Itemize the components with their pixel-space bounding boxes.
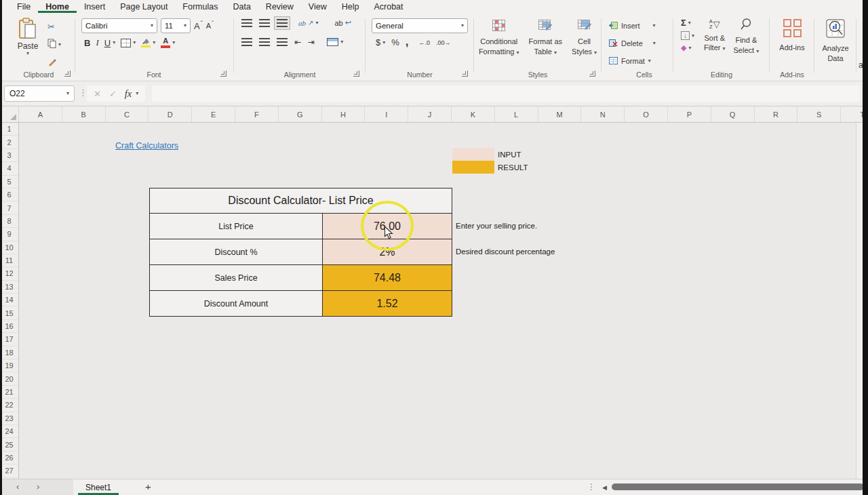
wrap-text-button[interactable]: ab ↩ [334,18,351,27]
row-header-10[interactable]: 10 [0,241,18,254]
row-header-7[interactable]: 7 [0,201,18,214]
row-header-23[interactable]: 23 [0,412,18,425]
merge-center-button[interactable]: ▾ [327,38,343,46]
insert-cells-button[interactable]: Insert ▾ [609,19,673,33]
column-header-A[interactable]: A [19,106,62,122]
analyze-data-button[interactable]: Analyze Data [816,19,854,64]
menu-tab-view[interactable]: View [301,0,334,13]
row-header-13[interactable]: 13 [0,281,18,294]
row-header-12[interactable]: 12 [0,267,18,280]
align-top-button[interactable] [241,19,252,27]
column-header-C[interactable]: C [106,106,149,122]
increase-decimal-button[interactable]: ←.0 [419,39,431,46]
decrease-decimal-button[interactable]: .00→ [436,39,451,46]
column-header-D[interactable]: D [149,106,192,122]
font-name-combo[interactable]: Calibri ▾ [81,18,157,33]
menu-tab-formulas[interactable]: Formulas [175,0,225,13]
decrease-indent-button[interactable]: ⇤ [294,37,301,47]
select-all-corner[interactable] [0,106,19,122]
addins-button[interactable]: Add-ins [774,19,810,53]
row-header-11[interactable]: 11 [0,254,18,267]
row-header-3[interactable]: 3 [0,149,18,162]
insert-function-button[interactable]: fx [125,88,132,100]
column-header-R[interactable]: R [755,106,798,122]
number-format-combo[interactable]: General ▾ [372,18,468,33]
italic-button[interactable]: I [96,37,98,48]
enter-icon[interactable]: ✓ [109,89,117,99]
align-left-button[interactable] [241,38,252,46]
paste-button[interactable]: Paste ▾ [11,18,45,69]
column-header-N[interactable]: N [581,106,625,122]
font-size-combo[interactable]: 11 ▾ [161,18,191,33]
column-header-L[interactable]: L [495,106,538,122]
borders-button[interactable]: ▾ [121,39,136,47]
column-header-T[interactable]: T [841,106,863,122]
align-right-button[interactable] [277,38,288,46]
fill-color-button[interactable]: ▾ [141,38,155,48]
menu-tab-acrobat[interactable]: Acrobat [366,0,410,13]
shrink-font-button[interactable]: Aˇ [206,22,214,30]
row-header-27[interactable]: 27 [0,464,18,477]
column-header-J[interactable]: J [408,106,452,122]
row-header-6[interactable]: 6 [0,189,18,201]
delete-cells-button[interactable]: Delete ▾ [609,37,673,50]
row-header-8[interactable]: 8 [0,215,18,228]
align-middle-button[interactable] [259,19,270,27]
grow-font-button[interactable]: Aˆ [194,21,203,31]
row-header-19[interactable]: 19 [0,359,18,372]
font-color-button[interactable]: A ▾ [161,37,175,48]
copy-button[interactable]: ▾ [47,38,61,52]
column-header-S[interactable]: S [797,106,841,122]
find-select-button[interactable]: Find & Select ▾ [734,18,760,56]
column-header-G[interactable]: G [279,106,322,122]
result-value-cell[interactable]: 74.48 [323,265,452,290]
autosum-button[interactable]: Σ▾ [681,18,694,28]
vertical-scrollbar[interactable] [856,123,863,479]
menu-tab-review[interactable]: Review [258,0,301,13]
accounting-format-button[interactable]: $▾ [376,37,385,47]
row-header-16[interactable]: 16 [0,320,18,333]
clear-button[interactable]: ◆▾ [681,43,694,52]
row-header-21[interactable]: 21 [0,386,18,399]
row-header-9[interactable]: 9 [0,228,18,241]
row-header-26[interactable]: 26 [0,452,18,464]
underline-button[interactable]: U▾ [104,38,115,48]
row-header-24[interactable]: 24 [0,425,18,438]
sort-filter-button[interactable]: AZ ▽ Sort & Filter ▾ [704,18,726,56]
increase-indent-button[interactable]: ⇥ [308,37,315,47]
row-header-25[interactable]: 25 [0,438,18,451]
row-header-18[interactable]: 18 [0,346,18,359]
menu-tab-data[interactable]: Data [225,0,258,13]
menu-tab-insert[interactable]: Insert [77,0,113,13]
column-header-I[interactable]: I [365,106,408,122]
row-header-4[interactable]: 4 [0,162,18,175]
column-header-H[interactable]: H [322,106,366,122]
column-header-F[interactable]: F [235,106,279,122]
formula-input[interactable] [152,85,860,102]
align-center-button[interactable] [259,38,270,46]
name-box[interactable]: O22 ▾ [4,85,75,102]
format-painter-button[interactable] [47,56,61,70]
cut-button[interactable]: ✂ [47,20,61,33]
row-header-15[interactable]: 15 [0,306,18,319]
column-header-B[interactable]: B [62,106,106,122]
next-sheet-arrow[interactable]: › [37,481,39,492]
sheet-tab-sheet1[interactable]: Sheet1 [76,479,121,495]
prev-sheet-arrow[interactable]: ‹ [16,481,19,492]
menu-tab-home[interactable]: Home [38,0,77,13]
column-header-K[interactable]: K [452,106,495,122]
styles-dialog-launcher[interactable] [589,71,595,77]
add-sheet-button[interactable]: + [145,481,151,492]
align-bottom-button[interactable] [277,19,288,27]
menu-tab-page-layout[interactable]: Page Layout [113,0,175,13]
column-header-Q[interactable]: Q [711,106,755,122]
result-value-cell[interactable]: 1.52 [323,291,452,316]
column-header-M[interactable]: M [538,106,582,122]
row-header-20[interactable]: 20 [0,372,18,385]
craft-calculators-link[interactable]: Craft Calculators [115,141,178,151]
format-cells-button[interactable]: Format ▾ [609,54,673,68]
orientation-button[interactable]: ab ↗ ▾ [298,19,318,27]
row-header-17[interactable]: 17 [0,333,18,346]
font-dialog-launcher[interactable] [220,71,226,77]
cancel-icon[interactable]: ✕ [94,89,101,99]
